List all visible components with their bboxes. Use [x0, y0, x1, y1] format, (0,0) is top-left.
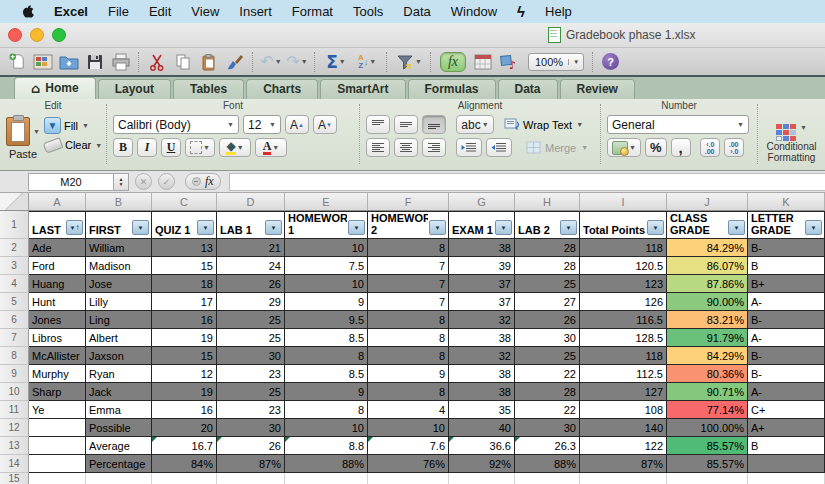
cell-H8[interactable]: 25	[515, 347, 580, 365]
cell-B10[interactable]: Jack	[86, 383, 152, 401]
cell-K2[interactable]: B-	[748, 239, 825, 257]
cell-K7[interactable]: A-	[748, 329, 825, 347]
cell-G6[interactable]: 32	[449, 311, 515, 329]
help-button[interactable]: ?	[602, 53, 619, 70]
cell-J2[interactable]: 84.29%	[667, 239, 748, 257]
grow-font-button[interactable]: A▲	[285, 115, 309, 134]
paste-split-button[interactable]: ▼ Paste	[6, 117, 40, 160]
cell-J13[interactable]: 85.57%	[667, 437, 748, 455]
cell-H6[interactable]: 26	[515, 311, 580, 329]
increase-indent-button[interactable]	[486, 138, 512, 157]
borders-button[interactable]: ▼	[185, 138, 215, 157]
cancel-entry-button[interactable]: ✕	[135, 173, 152, 190]
wrap-text-button[interactable]: Wrap Text ▼	[504, 118, 583, 131]
cell-I13[interactable]: 122	[580, 437, 667, 455]
cell-E10[interactable]: 9	[285, 383, 368, 401]
header-cell-i1[interactable]: Total Points▼	[580, 211, 667, 239]
cell-C12[interactable]: 20	[152, 419, 217, 437]
cell-A15[interactable]	[29, 473, 86, 484]
header-cell-k1[interactable]: LETTER GRADE▼	[748, 211, 825, 239]
cell-K10[interactable]: A-	[748, 383, 825, 401]
cell-E6[interactable]: 9.5	[285, 311, 368, 329]
cell-A13[interactable]	[29, 437, 86, 455]
cell-H15[interactable]	[515, 473, 580, 484]
cell-A6[interactable]: Jones	[29, 311, 86, 329]
row-header-14[interactable]: 14	[0, 455, 29, 473]
cell-D15[interactable]	[217, 473, 285, 484]
row-header-5[interactable]: 5	[0, 293, 29, 311]
decrease-decimal-button[interactable]: ‹.0.00	[700, 138, 720, 157]
confirm-entry-button[interactable]: ✓	[158, 173, 175, 190]
cell-G12[interactable]: 40	[449, 419, 515, 437]
tab-review[interactable]: Review	[560, 79, 635, 99]
cell-H12[interactable]: 30	[515, 419, 580, 437]
cell-B3[interactable]: Madison	[86, 257, 152, 275]
insert-function-control[interactable]: fx	[185, 173, 221, 190]
cell-B12[interactable]: Possible	[86, 419, 152, 437]
row-header-7[interactable]: 7	[0, 329, 29, 347]
cell-A14[interactable]	[29, 455, 86, 473]
column-header-f[interactable]: F	[368, 193, 449, 211]
cell-G8[interactable]: 32	[449, 347, 515, 365]
cell-K15[interactable]	[748, 473, 825, 484]
cell-G4[interactable]: 37	[449, 275, 515, 293]
cell-G15[interactable]	[449, 473, 515, 484]
font-size-select[interactable]: 12 ▼	[243, 115, 281, 134]
cell-D3[interactable]: 24	[217, 257, 285, 275]
cell-E13[interactable]: 8.8	[285, 437, 368, 455]
row-header-11[interactable]: 11	[0, 401, 29, 419]
menu-item-help[interactable]: Help	[535, 4, 582, 19]
cell-J11[interactable]: 77.14%	[667, 401, 748, 419]
header-cell-a1[interactable]: LAST▼↑	[29, 211, 86, 239]
cell-H14[interactable]: 88%	[515, 455, 580, 473]
align-top-button[interactable]	[366, 115, 390, 134]
cell-B7[interactable]: Albert	[86, 329, 152, 347]
row-header-2[interactable]: 2	[0, 239, 29, 257]
row-header-15[interactable]: 15	[0, 473, 29, 484]
filter-dropdown-b1[interactable]: ▼	[132, 220, 149, 235]
header-cell-f1[interactable]: HOMEWORK 2▼	[368, 211, 449, 239]
cell-D2[interactable]: 21	[217, 239, 285, 257]
cell-G11[interactable]: 35	[449, 401, 515, 419]
cell-J14[interactable]: 85.57%	[667, 455, 748, 473]
header-cell-g1[interactable]: EXAM 1▼	[449, 211, 515, 239]
cell-F9[interactable]: 9	[368, 365, 449, 383]
cell-E9[interactable]: 8.5	[285, 365, 368, 383]
cell-D12[interactable]: 30	[217, 419, 285, 437]
number-format-select[interactable]: General ▼	[607, 115, 749, 134]
header-cell-c1[interactable]: QUIZ 1▼	[152, 211, 217, 239]
cell-I5[interactable]: 126	[580, 293, 667, 311]
cell-F5[interactable]: 7	[368, 293, 449, 311]
font-color-button[interactable]: A▼	[255, 138, 287, 157]
fill-button[interactable]: ▼ Fill ▼	[44, 117, 102, 134]
cell-C15[interactable]	[152, 473, 217, 484]
column-header-a[interactable]: A	[29, 193, 86, 211]
cell-E14[interactable]: 88%	[285, 455, 368, 473]
cell-A12[interactable]	[29, 419, 86, 437]
cell-G10[interactable]: 38	[449, 383, 515, 401]
format-painter-button[interactable]	[222, 50, 248, 74]
filter-button[interactable]: ▼	[392, 50, 426, 74]
cell-K6[interactable]: B-	[748, 311, 825, 329]
cell-A2[interactable]: Ade	[29, 239, 86, 257]
menu-item-format[interactable]: Format	[282, 4, 343, 19]
cell-D14[interactable]: 87%	[217, 455, 285, 473]
redo-button[interactable]: ↷▼	[284, 50, 310, 74]
select-all-corner[interactable]	[0, 193, 29, 211]
cell-K9[interactable]: B-	[748, 365, 825, 383]
conditional-formatting-button[interactable]: ▼ Conditional Formatting	[758, 113, 825, 163]
cell-J12[interactable]: 100.00%	[667, 419, 748, 437]
filter-dropdown-e1[interactable]: ▼	[348, 220, 365, 235]
cell-H7[interactable]: 30	[515, 329, 580, 347]
header-cell-h1[interactable]: LAB 2▼	[515, 211, 580, 239]
cell-F10[interactable]: 8	[368, 383, 449, 401]
align-right-button[interactable]	[422, 138, 446, 157]
cell-B4[interactable]: Jose	[86, 275, 152, 293]
cell-C5[interactable]: 17	[152, 293, 217, 311]
cell-K3[interactable]: B	[748, 257, 825, 275]
column-header-b[interactable]: B	[86, 193, 152, 211]
cell-H13[interactable]: 26.3	[515, 437, 580, 455]
cell-C4[interactable]: 18	[152, 275, 217, 293]
cell-B9[interactable]: Ryan	[86, 365, 152, 383]
font-name-select[interactable]: Calibri (Body) ▼	[113, 115, 239, 134]
